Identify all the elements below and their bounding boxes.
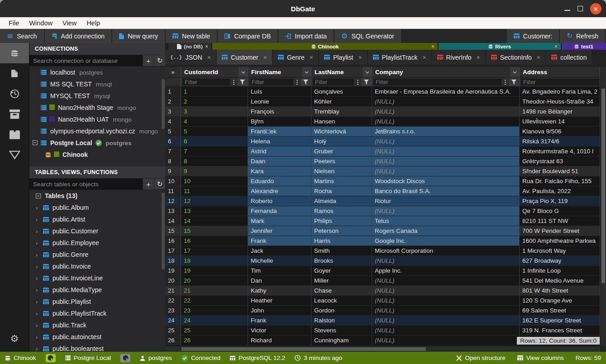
grid-cell[interactable]: Gonçalves bbox=[311, 87, 372, 97]
grid-cell[interactable]: 11 bbox=[181, 186, 248, 196]
tab-group-Rivers[interactable]: Rivers× bbox=[439, 43, 561, 50]
grid-cell[interactable]: Smith bbox=[311, 246, 372, 256]
menu-file[interactable]: File bbox=[4, 17, 24, 28]
row-number[interactable]: 1 bbox=[165, 87, 181, 97]
grid-cell[interactable]: Chase bbox=[311, 286, 372, 296]
grid-cell[interactable]: Frank bbox=[248, 316, 311, 326]
filter-funnel-button[interactable] bbox=[362, 78, 371, 86]
close-group-button[interactable]: × bbox=[205, 43, 208, 50]
grid-cell[interactable]: 10 bbox=[181, 176, 248, 186]
grid-cell[interactable]: 20 bbox=[181, 276, 248, 286]
close-tab-button[interactable]: × bbox=[358, 54, 362, 61]
expand-chevron-icon[interactable]: › bbox=[36, 310, 43, 317]
row-number[interactable]: 16 bbox=[165, 236, 181, 246]
tab-genre[interactable]: Genre× bbox=[273, 50, 318, 65]
expand-chevron-icon[interactable]: › bbox=[36, 287, 43, 293]
row-number[interactable]: 13 bbox=[165, 206, 181, 216]
grid-cell[interactable]: Helena bbox=[248, 137, 311, 147]
grid-horizontal-scrollbar[interactable] bbox=[165, 346, 600, 352]
rail-item-history[interactable] bbox=[0, 84, 29, 104]
column-header-address[interactable]: Address bbox=[520, 67, 600, 77]
row-number[interactable]: 14 bbox=[165, 216, 181, 226]
connection-item[interactable]: Chinook bbox=[29, 149, 165, 161]
filter-input-lastname[interactable] bbox=[313, 79, 354, 85]
grid-cell[interactable]: Holý bbox=[311, 137, 372, 147]
grid-cell[interactable]: Kathy bbox=[248, 286, 311, 296]
grid-cell[interactable]: 19 bbox=[181, 266, 248, 276]
close-group-button[interactable]: × bbox=[431, 43, 434, 50]
grid-cell[interactable]: Embraer - Empresa Brasileira de Aeronáut… bbox=[372, 87, 520, 97]
grid-cell[interactable]: 25 bbox=[181, 326, 248, 336]
row-number[interactable]: 7 bbox=[165, 147, 181, 156]
grid-cell[interactable]: Leacock bbox=[311, 296, 372, 306]
grid-cell[interactable]: Ramos bbox=[311, 206, 372, 216]
grid-cell[interactable]: Banco do Brasil S.A. bbox=[372, 186, 520, 196]
expand-chevron-icon[interactable]: › bbox=[36, 204, 43, 211]
collapse-toggle[interactable] bbox=[33, 139, 38, 147]
column-header-lastname[interactable]: LastName bbox=[311, 67, 372, 77]
expand-chevron-icon[interactable]: › bbox=[36, 298, 43, 305]
grid-cell[interactable]: (NULL) bbox=[372, 316, 520, 326]
status-3-minutes-ago[interactable]: 3 minutes ago bbox=[295, 355, 342, 361]
status-postgre-local[interactable]: Postgre Local bbox=[65, 355, 111, 361]
grid-cell[interactable]: 17 bbox=[181, 246, 248, 256]
grid-cell[interactable]: Riotur bbox=[372, 196, 520, 206]
rail-item-database[interactable] bbox=[0, 43, 29, 63]
connections-refresh-button[interactable]: ↻ bbox=[154, 55, 165, 66]
grid-cell[interactable]: Jennifer bbox=[248, 226, 311, 236]
grid-cell[interactable]: 1 Microsoft Way bbox=[520, 246, 600, 256]
grid-cell[interactable]: Qe 7 Bloco G bbox=[520, 206, 600, 216]
row-number[interactable]: 11 bbox=[165, 186, 181, 196]
grid-cell[interactable]: Klanova 9/506 bbox=[520, 127, 600, 137]
toolbar-button-refresh[interactable]: ↻Refresh bbox=[560, 29, 605, 43]
row-number[interactable]: 5 bbox=[165, 127, 181, 137]
row-number[interactable]: 12 bbox=[165, 196, 181, 206]
grid-cell[interactable]: Tim bbox=[248, 266, 311, 276]
connection-item[interactable]: MYSQL TESTmysql bbox=[29, 90, 165, 102]
grid-cell[interactable]: Theodor-Heuss-Straße 34 bbox=[520, 97, 600, 107]
grid-cell[interactable]: 700 W Pender Street bbox=[520, 226, 600, 236]
row-number[interactable]: 2 bbox=[165, 97, 181, 107]
status-connected[interactable]: Connected bbox=[181, 355, 220, 361]
tab-group-test1[interactable]: test1 bbox=[562, 43, 606, 50]
grid-cell[interactable]: Frank bbox=[248, 236, 311, 246]
table-item[interactable]: ›public.PlaylistTrack bbox=[29, 307, 165, 319]
grid-cell[interactable]: Rocha bbox=[311, 186, 372, 196]
table-item[interactable]: ›public.Customer bbox=[29, 225, 165, 237]
grid-cell[interactable]: Cunningham bbox=[311, 336, 372, 345]
column-dropdown-button[interactable] bbox=[362, 67, 372, 77]
toolbar-button-sql-generator[interactable]: ⚙SQL Generator bbox=[334, 29, 401, 43]
grid-cell[interactable]: Peeters bbox=[311, 156, 372, 166]
grid-cell[interactable]: (NULL) bbox=[372, 107, 520, 117]
filter-input-address[interactable] bbox=[521, 79, 600, 85]
status-postgres[interactable]: postgres bbox=[140, 355, 172, 361]
grid-cell[interactable]: 162 E Superior Street bbox=[520, 316, 600, 326]
filter-funnel-button[interactable] bbox=[509, 78, 519, 86]
close-tab-button[interactable]: × bbox=[422, 54, 426, 61]
grid-cell[interactable]: Goyer bbox=[311, 266, 372, 276]
grid-cell[interactable]: (NULL) bbox=[372, 97, 520, 107]
close-tab-button[interactable]: × bbox=[537, 54, 540, 61]
grid-cell[interactable]: Google Inc. bbox=[372, 236, 520, 246]
toolbar-button-import-data[interactable]: Import data bbox=[278, 29, 334, 43]
column-dropdown-button[interactable] bbox=[238, 67, 248, 77]
close-tab-button[interactable]: × bbox=[207, 54, 211, 61]
grid-cell[interactable]: (NULL) bbox=[372, 286, 520, 296]
grid-cell[interactable]: Av. Brigadeiro Faria Lima, 2 bbox=[520, 87, 600, 97]
row-number[interactable]: 3 bbox=[165, 107, 181, 117]
column-dropdown-button[interactable] bbox=[301, 67, 311, 77]
grid-cell[interactable]: 8210 111 ST NW bbox=[520, 216, 600, 226]
grid-cell[interactable]: Gruber bbox=[311, 147, 372, 156]
grid-cell[interactable]: Alexandre bbox=[248, 186, 311, 196]
row-number[interactable]: 8 bbox=[165, 156, 181, 166]
row-number[interactable]: 9 bbox=[165, 166, 181, 176]
tables-group[interactable]: Tables (13) bbox=[29, 190, 165, 202]
grid-cell[interactable]: Philips bbox=[311, 216, 372, 226]
grid-cell[interactable]: 801 W 4th Street bbox=[520, 286, 600, 296]
grid-cell[interactable]: Rotenturmstraße 4, 1010 I bbox=[520, 147, 600, 156]
grid-cell[interactable]: John bbox=[248, 306, 311, 316]
grid-cell[interactable]: Rilská 3174/6 bbox=[520, 137, 600, 147]
row-number[interactable]: 23 bbox=[165, 306, 181, 316]
grid-cell[interactable]: 7 bbox=[181, 147, 248, 156]
tab-playlist[interactable]: Playlist× bbox=[319, 50, 367, 65]
